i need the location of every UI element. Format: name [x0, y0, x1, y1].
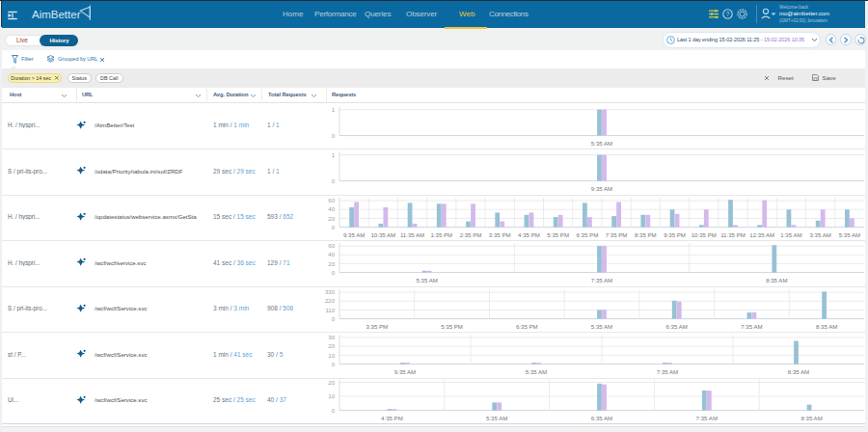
svg-text:0: 0: [332, 224, 336, 230]
svg-text:5:35 AM: 5:35 AM: [416, 277, 437, 284]
svg-text:1:35 AM: 1:35 AM: [780, 231, 801, 238]
svg-text:7:35 AM: 7:35 AM: [591, 277, 612, 284]
svg-text:30: 30: [328, 335, 335, 340]
svg-text:20: 20: [328, 215, 335, 221]
svg-text:6:35 AM: 6:35 AM: [666, 323, 688, 330]
svg-text:?: ?: [726, 11, 730, 17]
svg-text:9:35 PM: 9:35 PM: [664, 231, 686, 238]
svg-text:7:35 AM: 7:35 AM: [657, 368, 678, 375]
svg-text:5:35 AM: 5:35 AM: [591, 140, 612, 147]
svg-text:5:35 AM: 5:35 AM: [526, 368, 547, 375]
svg-text:0: 0: [332, 407, 336, 413]
svg-text:9:35 AM: 9:35 AM: [343, 231, 365, 238]
svg-text:110: 110: [325, 307, 335, 312]
svg-text:8:35 AM: 8:35 AM: [816, 323, 837, 330]
svg-text:0: 0: [332, 362, 336, 367]
svg-text:4:35 PM: 4:35 PM: [381, 415, 403, 421]
svg-text:40: 40: [328, 252, 335, 257]
svg-text:330: 330: [325, 289, 336, 295]
svg-text:1: 1: [332, 106, 336, 112]
svg-text:9:35 AM: 9:35 AM: [394, 368, 416, 375]
svg-text:11:35 AM: 11:35 AM: [400, 231, 424, 238]
svg-text:5:35 PM: 5:35 PM: [441, 323, 463, 330]
svg-text:3:35 PM: 3:35 PM: [366, 323, 389, 330]
svg-text:5:35 PM: 5:35 PM: [547, 231, 569, 238]
svg-text:1: 1: [332, 152, 336, 158]
svg-text:7:35 PM: 7:35 PM: [606, 231, 628, 238]
svg-text:5:35 AM: 5:35 AM: [591, 323, 612, 330]
svg-text:40: 40: [328, 206, 335, 212]
svg-text:2:35 PM: 2:35 PM: [460, 231, 482, 238]
svg-text:20: 20: [328, 379, 335, 385]
svg-text:8:35 AM: 8:35 AM: [766, 277, 787, 284]
svg-text:8:35 PM: 8:35 PM: [635, 231, 657, 238]
svg-text:7:35 AM: 7:35 AM: [741, 323, 762, 330]
svg-text:10:35 PM: 10:35 PM: [692, 231, 717, 238]
svg-text:11:35 PM: 11:35 PM: [720, 231, 746, 238]
svg-text:6:35 PM: 6:35 PM: [516, 323, 538, 330]
svg-text:8:35 AM: 8:35 AM: [800, 415, 822, 421]
svg-text:10: 10: [328, 353, 335, 359]
svg-text:4:35 PM: 4:35 PM: [518, 231, 540, 238]
svg-text:20: 20: [328, 261, 335, 267]
svg-text:6:35 PM: 6:35 PM: [577, 231, 599, 238]
svg-text:0: 0: [332, 132, 336, 138]
svg-text:9:35 AM: 9:35 AM: [591, 185, 612, 192]
svg-text:0: 0: [332, 270, 336, 276]
svg-text:20: 20: [328, 343, 335, 349]
svg-text:5:35 AM: 5:35 AM: [486, 415, 507, 421]
svg-text:7:35 AM: 7:35 AM: [696, 415, 718, 421]
svg-text:60: 60: [328, 198, 335, 203]
svg-text:3:35 AM: 3:35 AM: [809, 231, 830, 238]
svg-text:5:35 AM: 5:35 AM: [839, 231, 860, 238]
svg-text:6:35 AM: 6:35 AM: [591, 415, 612, 421]
svg-text:8:35 AM: 8:35 AM: [788, 368, 809, 375]
svg-text:10: 10: [328, 393, 335, 399]
svg-text:60: 60: [328, 243, 335, 249]
svg-text:0: 0: [332, 178, 336, 184]
svg-text:1:35 PM: 1:35 PM: [430, 231, 452, 238]
svg-text:3:35 PM: 3:35 PM: [489, 231, 511, 238]
svg-text:0: 0: [332, 315, 336, 321]
svg-text:12:35 AM: 12:35 AM: [749, 231, 774, 238]
svg-text:10:35 AM: 10:35 AM: [370, 231, 395, 238]
svg-text:220: 220: [325, 298, 336, 304]
